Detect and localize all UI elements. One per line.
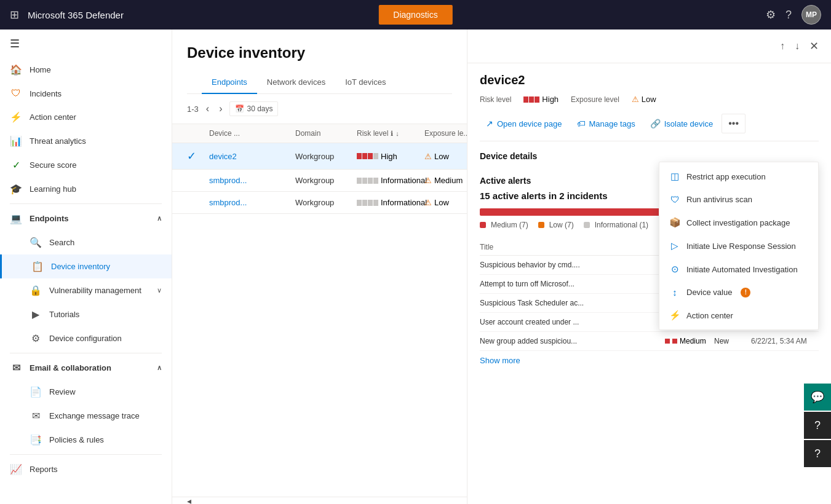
exposure-label: Low (434, 152, 449, 161)
grid-icon[interactable]: ⊞ (10, 8, 19, 22)
sidebar-item-policies-rules[interactable]: 📑 Policies & rules (0, 428, 172, 452)
row-risk: Informational (357, 198, 424, 207)
dropdown-item-label: Device value (686, 288, 732, 297)
legend-low-label: Low (7) (549, 221, 574, 229)
feedback-icon: ? (814, 447, 821, 460)
dropdown-action-center[interactable]: ⚡ Action center (659, 304, 818, 327)
risk-value: High (523, 95, 559, 104)
nav-up-button[interactable]: ↑ (777, 38, 787, 54)
sidebar-item-tutorials[interactable]: ▶ Tutorials (0, 302, 172, 326)
risk-block (357, 153, 362, 159)
legend-medium: Medium (7) (480, 221, 528, 229)
tab-iot-devices[interactable]: IoT devices (335, 71, 396, 94)
diagnostics-area: Diagnostics (378, 5, 452, 25)
device-details-section: Device details (480, 151, 819, 161)
feedback-float-button[interactable]: ? (804, 440, 831, 467)
sidebar-item-action-center[interactable]: ⚡ Action center (0, 105, 172, 129)
detail-nav: ↑ ↓ ✕ (467, 30, 831, 63)
device-name-link[interactable]: smbprod... (209, 198, 247, 207)
sidebar-item-device-inventory[interactable]: 📋 Device inventory (0, 254, 172, 278)
calendar-icon: 📅 (235, 104, 244, 113)
dropdown-item-label: Action center (686, 311, 733, 320)
sidebar-item-incidents[interactable]: 🛡 Incidents (0, 82, 172, 105)
collect-package-icon: 📦 (669, 217, 680, 228)
dropdown-device-value[interactable]: ↕ Device value ! (659, 281, 818, 304)
alert-severity: Medium (665, 337, 714, 345)
more-actions-button[interactable]: ••• (722, 114, 746, 133)
dropdown-restrict-app[interactable]: ◫ Restrict app execution (659, 165, 818, 188)
page-title: Device inventory (187, 44, 452, 61)
chat-float-button[interactable]: 💬 (804, 384, 831, 411)
next-page-button[interactable]: › (217, 102, 225, 116)
sidebar-item-label: Exchange message trace (49, 411, 140, 420)
sidebar-item-search[interactable]: 🔍 Search (0, 230, 172, 254)
settings-icon[interactable]: ⚙ (766, 8, 776, 22)
sidebar-item-threat-analytics[interactable]: 📊 Threat analytics (0, 129, 172, 153)
row-domain: Workgroup (295, 176, 357, 185)
row-domain: Workgroup (295, 152, 357, 161)
table-toolbar: 1-3 ‹ › 📅 30 days (172, 94, 467, 124)
legend-medium-label: Medium (7) (491, 221, 528, 229)
table-row[interactable]: smbprod... Workgroup Informational ⚠ (172, 170, 467, 192)
risk-block (529, 96, 534, 103)
sidebar-item-vulnerability-management[interactable]: 🔒 Vulnerability management ∨ (0, 278, 172, 302)
help-float-button[interactable]: ? (804, 412, 831, 439)
help-icon[interactable]: ? (785, 9, 792, 22)
device-name-link[interactable]: device2 (209, 152, 237, 161)
dropdown-automated-investigation[interactable]: ⊙ Initiate Automated Investigation (659, 258, 818, 281)
chat-icon: 💬 (811, 390, 824, 404)
diagnostics-button[interactable]: Diagnostics (378, 5, 452, 25)
scroll-left-icon[interactable]: ◂ (187, 496, 191, 505)
row-risk: Informational (357, 176, 424, 185)
isolate-device-icon: 🔗 (650, 119, 661, 128)
alert-row[interactable]: New group added suspiciou... Medium New … (480, 332, 819, 351)
chevron-down-icon: ∨ (157, 286, 162, 294)
nav-down-button[interactable]: ↓ (792, 38, 802, 54)
dropdown-overlay: ◫ Restrict app execution 🛡 Run antivirus… (659, 162, 819, 330)
dropdown-live-response[interactable]: ▷ Initiate Live Response Session (659, 234, 818, 258)
risk-block (535, 96, 539, 103)
sidebar-item-label: Action center (30, 112, 76, 122)
tab-endpoints[interactable]: Endpoints (202, 71, 257, 94)
table-row[interactable]: ✓ device2 Workgroup High ⚠ (172, 143, 467, 170)
days-filter-label: 30 days (247, 104, 272, 113)
sidebar-item-label: Review (49, 387, 76, 396)
manage-tags-button[interactable]: 🏷 Manage tags (571, 115, 642, 132)
tab-network-devices[interactable]: Network devices (257, 71, 335, 94)
sidebar-item-exchange-message-trace[interactable]: ✉ Exchange message trace (0, 404, 172, 428)
prev-page-button[interactable]: ‹ (204, 102, 212, 116)
dropdown-menu: ◫ Restrict app execution 🛡 Run antivirus… (659, 162, 819, 330)
sidebar-section-endpoints[interactable]: 💻 Endpoints ∧ (0, 207, 172, 230)
sidebar-toggle[interactable]: ☰ (0, 30, 172, 58)
sidebar-item-review[interactable]: 📄 Review (0, 380, 172, 404)
badge-icon: ! (741, 288, 750, 297)
table-row[interactable]: smbprod... Workgroup Informational ⚠ (172, 192, 467, 214)
close-button[interactable]: ✕ (807, 37, 821, 55)
col-title: Title (480, 243, 665, 251)
device-name-link[interactable]: smbprod... (209, 176, 247, 185)
sidebar-section-email[interactable]: ✉ Email & collaboration ∧ (0, 356, 172, 380)
sidebar-item-secure-score[interactable]: ✓ Secure score (0, 153, 172, 177)
sidebar-item-home[interactable]: 🏠 Home (0, 58, 172, 82)
show-more-button[interactable]: Show more (480, 356, 819, 365)
avatar[interactable]: MP (801, 5, 821, 25)
isolate-device-button[interactable]: 🔗 Isolate device (644, 115, 720, 132)
sidebar-item-device-configuration[interactable]: ⚙ Device configuration (0, 326, 172, 350)
policies-icon: 📑 (30, 434, 42, 446)
warn-icon-detail: ⚠ (632, 95, 639, 104)
dropdown-collect-package[interactable]: 📦 Collect investigation package (659, 211, 818, 234)
open-device-page-button[interactable]: ↗ Open device page (480, 115, 568, 132)
col-device[interactable]: Device ... (209, 129, 295, 138)
sidebar-item-learning-hub[interactable]: 🎓 Learning hub (0, 177, 172, 201)
col-domain[interactable]: Domain (295, 129, 357, 138)
device-value-icon: ↕ (669, 287, 680, 297)
col-risk[interactable]: Risk level ℹ ↓ (357, 129, 424, 138)
sidebar-item-reports[interactable]: 📈 Reports (0, 457, 172, 481)
dropdown-run-antivirus[interactable]: 🛡 Run antivirus scan (659, 188, 818, 211)
sidebar-item-label: Reports (30, 465, 58, 474)
section-label: Email & collaboration (30, 363, 111, 372)
days-filter[interactable]: 📅 30 days (229, 101, 278, 116)
incidents-icon: 🛡 (10, 88, 22, 99)
col-exposure[interactable]: Exposure le... (424, 129, 467, 138)
risk-label: Informational (381, 198, 427, 207)
